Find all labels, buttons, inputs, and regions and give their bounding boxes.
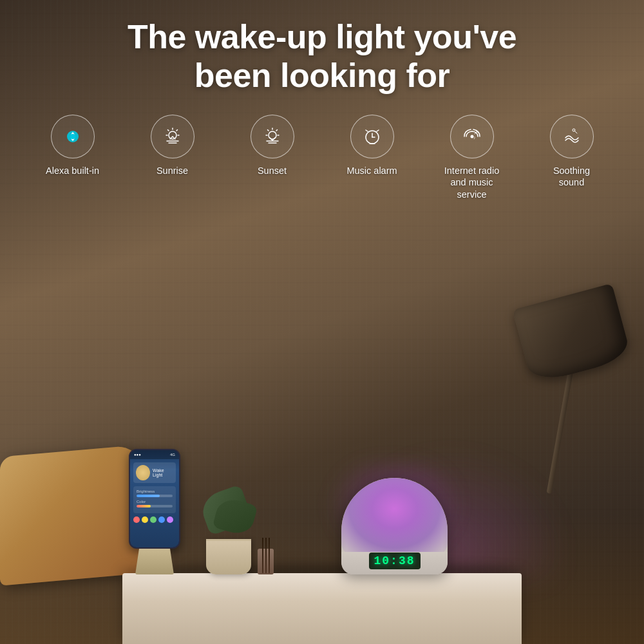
- feature-music-alarm: Music alarm: [322, 115, 422, 177]
- feature-alexa: Alexa built-in: [23, 115, 122, 177]
- svg-line-5: [176, 129, 178, 131]
- color-purple: [167, 516, 173, 523]
- radio-icon-circle: ♪: [450, 115, 494, 158]
- sunrise-label: Sunrise: [156, 165, 188, 177]
- plant-pot: [206, 539, 251, 574]
- color-green: [150, 516, 156, 523]
- radio-icon: ♪: [460, 125, 484, 148]
- phone-color-palette: [133, 516, 176, 523]
- svg-line-22: [366, 130, 368, 131]
- phone-app: Wake Light Brightness Color: [130, 459, 179, 526]
- feature-internet-radio: ♪ Internet radio and music service: [422, 115, 522, 202]
- phone-color-label: Color: [137, 500, 173, 504]
- phone-brightness-control: Brightness Color: [133, 486, 176, 513]
- phone-color-slider: [137, 505, 173, 507]
- sunset-icon-circle: [251, 115, 294, 158]
- nightstand: [122, 573, 522, 644]
- internet-radio-label: Internet radio and music service: [444, 165, 499, 202]
- phone-screen: ●●● 4G Wake Light Brightness: [130, 450, 179, 547]
- svg-point-26: [573, 129, 575, 131]
- sunset-label: Sunset: [258, 165, 287, 177]
- alarm-icon-circle: [350, 115, 394, 158]
- brightness-fill: [137, 495, 160, 497]
- svg-line-6: [167, 129, 169, 131]
- clock-display: 10:38: [368, 553, 420, 569]
- phone-brightness-slider: [137, 495, 173, 497]
- headline-line2: been looking for: [194, 57, 450, 94]
- plant-foliage: [196, 491, 261, 542]
- main-content: The wake-up light you've been looking fo…: [0, 0, 644, 644]
- soothing-icon-circle: [550, 115, 594, 158]
- headline-section: The wake-up light you've been looking fo…: [0, 0, 644, 108]
- phone-app-header: Wake Light: [133, 462, 176, 483]
- svg-line-13: [276, 129, 278, 131]
- svg-point-3: [169, 131, 176, 139]
- alexa-icon: [61, 125, 84, 148]
- svg-text:♪: ♪: [473, 135, 476, 140]
- sunset-icon: [261, 125, 284, 148]
- sunrise-icon: [161, 125, 184, 148]
- desk-lamp: [489, 283, 618, 528]
- headline-line1: The wake-up light you've: [128, 18, 516, 55]
- pillow: [0, 444, 142, 585]
- phone-brightness-label: Brightness: [137, 489, 173, 493]
- soothing-icon: [560, 125, 583, 148]
- soothing-label: Soothing sound: [553, 165, 590, 189]
- sunrise-icon-circle: [151, 115, 194, 158]
- features-row: Alexa built-in Sunrise: [0, 108, 644, 202]
- phone-network: 4G: [170, 453, 175, 457]
- product-scene: 10:38 ●●● 4G Wake Light: [0, 283, 644, 644]
- color-yellow: [142, 516, 148, 523]
- incense-stick-2: [265, 538, 267, 573]
- phone-lamp-icon: [136, 465, 150, 480]
- svg-point-2: [70, 134, 75, 139]
- wakeup-light-device: 10:38: [341, 478, 448, 574]
- alarm-icon: [361, 125, 384, 148]
- color-red: [133, 516, 140, 523]
- phone-body: ●●● 4G Wake Light Brightness: [129, 449, 180, 549]
- feature-soothing: Soothing sound: [522, 115, 621, 189]
- incense-stick-3: [269, 538, 270, 573]
- main-headline: The wake-up light you've been looking fo…: [0, 18, 644, 95]
- incense-stick-1: [262, 538, 263, 573]
- smartphone: ●●● 4G Wake Light Brightness: [129, 449, 180, 574]
- phone-status-bar: ●●● 4G: [130, 450, 179, 459]
- color-blue: [158, 516, 165, 523]
- phone-app-name: Wake Light: [153, 468, 173, 477]
- svg-line-14: [267, 129, 269, 131]
- color-fill: [137, 505, 151, 507]
- plant: [206, 539, 251, 574]
- phone-signal: ●●●: [134, 453, 141, 457]
- incense-holder: [258, 549, 274, 574]
- phone-stand: [135, 549, 174, 574]
- feature-sunset: Sunset: [222, 115, 322, 177]
- alexa-label: Alexa built-in: [46, 165, 99, 177]
- alexa-icon-circle: [51, 115, 95, 158]
- feature-sunrise: Sunrise: [122, 115, 222, 177]
- lamp-shade: [512, 283, 632, 384]
- incense-sticks: [258, 549, 274, 574]
- svg-line-23: [377, 130, 379, 131]
- music-alarm-label: Music alarm: [346, 165, 397, 177]
